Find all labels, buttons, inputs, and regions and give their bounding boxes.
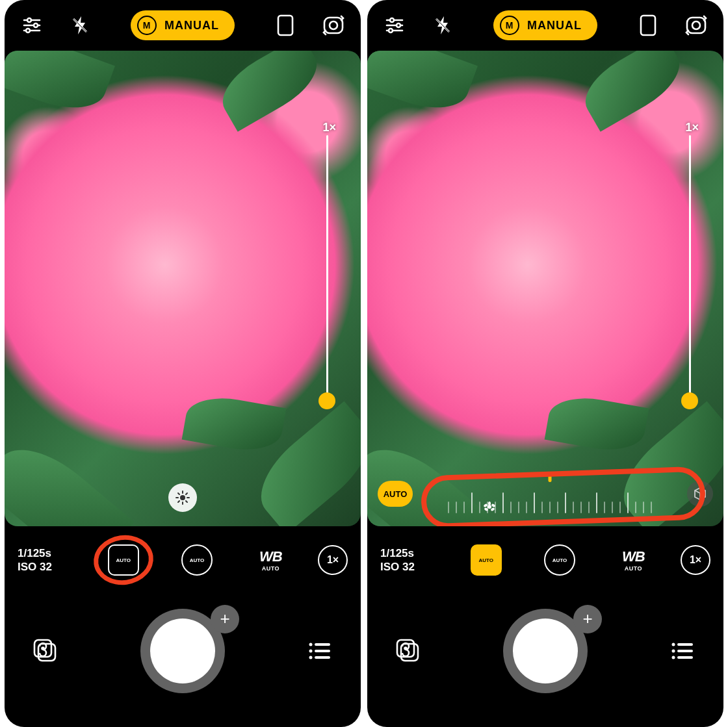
white-balance-control[interactable]: WB AUTO xyxy=(616,543,650,577)
exposure-readout: 1/125s ISO 32 xyxy=(380,546,439,574)
svg-point-10 xyxy=(330,21,337,29)
macro-flower-icon xyxy=(483,502,496,517)
svg-point-32 xyxy=(396,23,400,27)
white-balance-control[interactable]: WB AUTO xyxy=(254,543,287,577)
svg-point-44 xyxy=(484,507,488,511)
svg-point-34 xyxy=(389,29,393,32)
gallery-button[interactable] xyxy=(29,635,62,667)
svg-line-16 xyxy=(178,493,179,494)
shutter-readout: 1/125s xyxy=(18,546,76,560)
shutter-button[interactable]: + xyxy=(140,609,225,693)
zoom-slider-thumb[interactable] xyxy=(681,392,698,409)
mode-manual-pill[interactable]: M MANUAL xyxy=(131,10,235,40)
svg-point-30 xyxy=(390,18,394,22)
svg-rect-8 xyxy=(278,16,292,35)
controls-row: 1/125s ISO 32 AUTO AUTO WB AUTO 1× xyxy=(5,526,361,594)
aspect-ratio-icon[interactable] xyxy=(635,12,661,38)
mode-label: MANUAL xyxy=(527,19,582,32)
flash-off-icon[interactable] xyxy=(430,12,456,38)
exposure-overlay-button[interactable] xyxy=(168,483,197,512)
camera-screen-left: M MANUAL 1× xyxy=(5,0,361,727)
shutter-plus-button[interactable]: + xyxy=(573,605,602,633)
flash-off-icon[interactable] xyxy=(67,12,93,38)
svg-line-19 xyxy=(186,493,187,494)
svg-point-25 xyxy=(309,649,313,652)
viewfinder[interactable]: 1× xyxy=(5,51,361,526)
svg-point-22 xyxy=(42,647,44,649)
svg-point-3 xyxy=(34,23,38,27)
mode-label: MANUAL xyxy=(164,19,219,32)
focus-scale-overlay: AUTO xyxy=(367,461,723,526)
svg-point-45 xyxy=(490,507,495,511)
svg-rect-50 xyxy=(677,643,693,646)
svg-point-27 xyxy=(309,656,313,659)
svg-point-48 xyxy=(405,647,407,649)
svg-line-18 xyxy=(178,501,179,502)
camera-screen-right: M MANUAL 1× xyxy=(367,0,723,727)
zoom-label: 1× xyxy=(322,121,336,134)
lens-selector[interactable]: 1× xyxy=(681,545,710,575)
svg-point-51 xyxy=(672,649,675,652)
aspect-ratio-icon[interactable] xyxy=(272,12,298,38)
mode-letter: M xyxy=(137,16,157,35)
exposure-readout: 1/125s ISO 32 xyxy=(18,546,76,574)
svg-rect-52 xyxy=(677,650,693,652)
mode-list-button[interactable] xyxy=(304,635,336,667)
gallery-button[interactable] xyxy=(392,635,424,667)
svg-rect-9 xyxy=(324,18,343,33)
focus-control[interactable]: AUTO xyxy=(469,543,503,577)
top-bar: M MANUAL xyxy=(5,0,361,51)
sun-icon xyxy=(175,490,190,505)
viewfinder[interactable]: 1× AUTO xyxy=(367,51,723,526)
svg-rect-24 xyxy=(315,643,330,646)
settings-sliders-icon[interactable] xyxy=(19,12,45,38)
svg-rect-28 xyxy=(315,656,330,659)
shutter-row: + xyxy=(5,594,361,727)
mode-letter: M xyxy=(500,16,519,35)
lens-selector[interactable]: 1× xyxy=(318,545,348,575)
iso-readout: ISO 32 xyxy=(380,560,439,574)
controls-row: 1/125s ISO 32 AUTO AUTO WB AUTO 1× xyxy=(367,526,723,594)
shutter-readout: 1/125s xyxy=(380,546,439,560)
svg-point-43 xyxy=(491,504,495,507)
svg-point-11 xyxy=(180,495,185,500)
focus-auto-chip[interactable]: AUTO xyxy=(378,481,413,507)
switch-camera-icon[interactable] xyxy=(683,12,709,38)
focus-scale[interactable] xyxy=(421,474,679,513)
settings-sliders-icon[interactable] xyxy=(382,12,408,38)
cube-icon xyxy=(693,487,707,501)
svg-rect-37 xyxy=(641,16,655,35)
iso-readout: ISO 32 xyxy=(18,560,76,574)
svg-rect-26 xyxy=(315,650,330,652)
svg-point-23 xyxy=(309,643,313,646)
focus-control[interactable]: AUTO xyxy=(107,543,140,577)
shutter-row: + xyxy=(367,594,723,727)
svg-point-42 xyxy=(483,504,488,507)
focus-peaking-button[interactable] xyxy=(687,481,713,507)
svg-point-41 xyxy=(488,502,491,505)
shutter-plus-button[interactable]: + xyxy=(211,605,239,633)
zoom-slider-track[interactable] xyxy=(689,135,691,408)
svg-point-39 xyxy=(692,21,700,29)
focus-position-marker xyxy=(549,472,552,482)
svg-point-49 xyxy=(672,643,675,646)
top-bar: M MANUAL xyxy=(367,0,723,51)
zoom-slider-thumb[interactable] xyxy=(318,392,335,409)
zoom-slider-track[interactable] xyxy=(326,135,328,408)
zoom-label: 1× xyxy=(685,121,699,134)
svg-point-1 xyxy=(27,18,31,22)
aperture-control[interactable]: AUTO xyxy=(543,543,577,577)
svg-point-5 xyxy=(26,29,30,32)
svg-line-17 xyxy=(186,501,187,502)
svg-point-53 xyxy=(672,656,675,659)
mode-list-button[interactable] xyxy=(666,635,699,667)
mode-manual-pill[interactable]: M MANUAL xyxy=(493,10,597,40)
aperture-control[interactable]: AUTO xyxy=(180,543,214,577)
svg-rect-38 xyxy=(687,18,705,33)
svg-rect-54 xyxy=(677,656,693,659)
shutter-button[interactable]: + xyxy=(503,609,588,693)
switch-camera-icon[interactable] xyxy=(320,12,346,38)
